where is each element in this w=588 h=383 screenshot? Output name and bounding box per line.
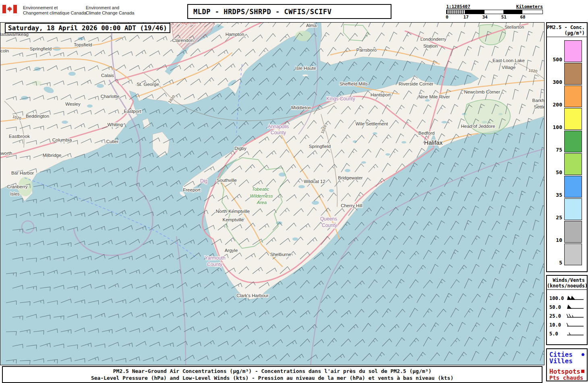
wind-speed-label: 50.0 (549, 304, 561, 310)
legend-swatch (564, 244, 582, 265)
legend-swatch (564, 221, 582, 243)
map-label: Charlotte (101, 94, 120, 99)
lake (441, 121, 447, 123)
canada-flag-icon (2, 5, 17, 13)
lake (312, 201, 319, 205)
caption-line1: PM2.5 Near-Ground Air Concentrations (µg… (3, 368, 542, 375)
map-label: Columbia (52, 137, 72, 142)
map-label: East Loon Lake (493, 58, 525, 63)
scale-tick-label: 68 (520, 15, 525, 20)
legend-value: 35 (547, 192, 562, 198)
scale-segment (466, 10, 484, 14)
map-label: St. George (137, 82, 159, 87)
winds-legend: Winds/Vents (knots/noeuds) 100.050.025.0… (546, 275, 588, 345)
map-label: Parrsboro (356, 48, 377, 52)
symbols-legend: Cities Villes Hotspots Pts chauds (546, 348, 588, 381)
legend-value: 300 (547, 79, 562, 85)
scale-tick-label: 34 (482, 15, 487, 20)
weather-map: MattawamkeagSpringfieldTopsfieldLincolnC… (0, 23, 545, 365)
lake (329, 189, 334, 192)
map-label: Village (502, 65, 516, 70)
map-label: Dig (200, 178, 207, 184)
map-label: Argyle (225, 248, 238, 253)
map-label: Wile Settlement (356, 121, 388, 126)
agency-fr-line2: Changement climatique Canada (23, 10, 86, 16)
lake (361, 161, 366, 164)
pm25-legend-header: PM2.5 - Conc. (µg/m³) (547, 23, 587, 37)
map-label: Area (257, 200, 267, 205)
map-label: Bedford (418, 131, 435, 135)
map-label: County (322, 223, 337, 228)
lake (257, 94, 263, 97)
scale-tick-label: 17 (463, 15, 468, 20)
map-label: Station (423, 44, 438, 48)
hotspots-label-fr: Pts chauds (549, 375, 583, 381)
map-label: Bridgewater (338, 175, 363, 180)
city-marker-dot-icon (582, 353, 584, 356)
legend-row: 35 (547, 176, 587, 198)
legend-row: 10 (547, 221, 587, 244)
lake (385, 153, 390, 156)
legend-swatch (564, 198, 582, 220)
map-label: Barkhouse (532, 98, 545, 103)
wind-barb-icon (567, 330, 584, 338)
wind-barb-icon (567, 312, 584, 320)
scale-bar (446, 10, 543, 14)
lake (68, 72, 76, 76)
map-label: Southville (217, 178, 237, 183)
map-label: Ellsworth (0, 151, 12, 156)
legend-row: 300 (547, 63, 587, 85)
pm25-legend-rows: 50030020010075503525105 (547, 37, 587, 266)
winds-legend-subtitle: (knots/noeuds) (547, 283, 585, 289)
legend-value: 500 (547, 56, 562, 63)
wind-legend-row: 50.0 (549, 303, 584, 312)
agency-en-line2: Climate Change Canada (86, 10, 134, 16)
scale-segment (484, 10, 503, 14)
legend-row: 5 (547, 244, 587, 266)
wind-barb-icon (567, 304, 584, 311)
product-title-box: MLDP - HRDPS/SHRPD - CWFIS/SCIFV (187, 4, 391, 19)
winds-legend-rows: 100.050.025.010.05.0 (547, 290, 587, 338)
legend-swatch (564, 40, 582, 62)
cities-label-fr: Villes (549, 357, 573, 365)
map-label: County (271, 130, 286, 135)
wind-legend-row: 10.0 (549, 321, 584, 329)
map-label: Queens (320, 216, 337, 222)
legend-value: 200 (547, 102, 562, 108)
map-label: Yarmouth (205, 255, 225, 261)
map-label: Wildcat 12 (304, 179, 325, 184)
legend-swatch (564, 63, 582, 85)
datetime-box: Saturday, 18 April 2026 00:00 ADT (19/46… (5, 23, 170, 33)
map-label: Topsfield (74, 42, 92, 47)
legend-swatch (564, 176, 582, 198)
map-label: Hampton (226, 32, 244, 37)
map-label: Annapolis (268, 124, 289, 129)
agency-fr-line1: Environnement et (23, 5, 86, 10)
map-label: Clarendon (172, 38, 193, 43)
legend-swatch (564, 85, 582, 107)
map-label: Sheffield Mills (340, 81, 368, 86)
scale-segment (522, 10, 541, 14)
map-label: Bar Harbor (11, 171, 34, 175)
hotspot-marker-square-icon (581, 370, 584, 373)
legend-value: 5 (547, 260, 562, 266)
map-label: Isles (10, 192, 20, 196)
agency-name-french: Environnement et Changement climatique C… (23, 5, 86, 16)
map-label: Digby (234, 146, 246, 151)
winds-legend-title: Winds/Vents (547, 277, 585, 283)
scale-ticks: 017345168 (446, 14, 543, 19)
scale-segment (503, 10, 522, 14)
wind-legend-row: 5.0 (549, 329, 584, 338)
map-label: Newcomb Corner (464, 90, 500, 94)
wind-legend-row: 25.0 (549, 312, 584, 321)
map-label: Milbridge (43, 153, 62, 158)
wind-speed-label: 100.0 (549, 296, 564, 301)
flag-band-left (2, 5, 6, 13)
legend-swatch (564, 131, 582, 152)
island-isle-haute (302, 75, 308, 77)
caption-box: PM2.5 Near-Ground Air Concentrations (µg… (2, 366, 542, 383)
pm25-legend-subtitle: (µg/m³) (547, 30, 585, 36)
legend-row: 25 (547, 198, 587, 221)
map-label: Nine Mile River (418, 94, 450, 99)
map-label: Hantsport (371, 92, 391, 97)
